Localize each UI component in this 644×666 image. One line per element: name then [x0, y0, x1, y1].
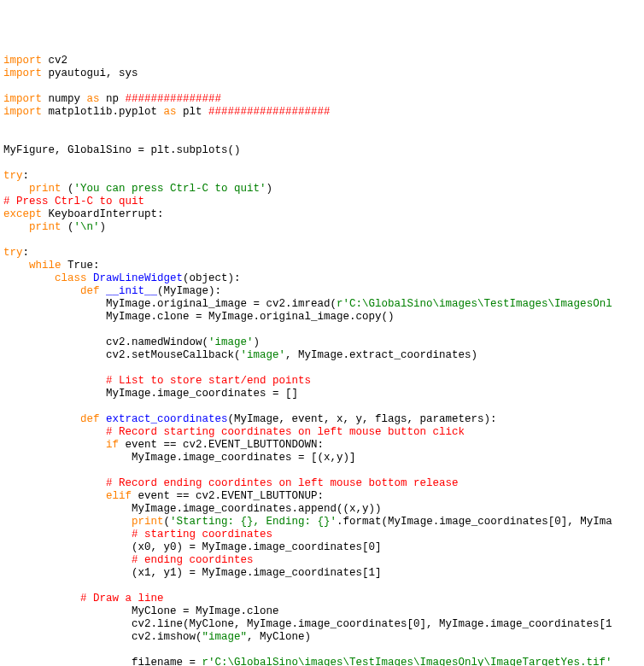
txt: MyImage.original_image = cv2.imread( [106, 298, 337, 310]
txt: cv2.namedWindow( [106, 336, 208, 348]
txt: .format(MyImage.image_coordinates[0], My… [337, 516, 612, 528]
txt: plt [177, 106, 209, 118]
kw-import: import [3, 106, 42, 118]
kw-print: print [29, 221, 61, 233]
kw-def: def [80, 285, 100, 297]
code-block: import cv2 import pyautogui, sys import … [3, 55, 644, 666]
txt: event == cv2.EVENT_LBUTTONUP: [132, 490, 324, 502]
txt: event == cv2.EVENT_LBUTTONDOWN: [119, 439, 324, 451]
txt: np [100, 93, 126, 105]
txt: pyautogui, sys [42, 67, 138, 79]
kw-def: def [80, 413, 100, 425]
class-name: DrawLineWidget [87, 272, 184, 284]
comment: # Record starting coordinates on left mo… [106, 426, 465, 438]
comment: # List to store start/end points [106, 375, 311, 387]
txt: : [23, 247, 30, 259]
kw-if: if [106, 439, 119, 451]
txt: (object): [183, 272, 241, 284]
kw-try: try [3, 247, 23, 259]
txt: ) [254, 336, 261, 348]
comment: # starting coordinates [132, 529, 272, 540]
kw-import: import [3, 67, 42, 79]
txt: MyFigure, GlobalSino = plt.subplots() [3, 144, 241, 156]
txt: cv2.line(MyClone, MyImage.image_coordina… [132, 618, 612, 630]
kw-import: import [3, 55, 42, 67]
txt: MyImage.clone = MyImage.original_image.c… [106, 311, 395, 323]
txt: cv2 [42, 55, 67, 67]
txt: True: [61, 260, 100, 272]
txt: : [23, 170, 30, 182]
kw-class: class [55, 272, 87, 284]
txt: , MyImage.extract_coordinates) [285, 349, 477, 361]
txt: cv2.setMouseCallback( [106, 349, 241, 361]
string: 'image' [208, 336, 254, 348]
txt: ( [61, 221, 74, 233]
txt: (MyImage, event, x, y, flags, parameters… [228, 413, 497, 425]
txt: (x0, y0) = MyImage.image_coordinates[0] [132, 541, 382, 553]
comment: # Press Ctrl-C to quit [3, 196, 144, 207]
comment: # Record ending coordintes on left mouse… [106, 477, 459, 489]
kw-while: while [29, 260, 61, 272]
kw-print: print [29, 183, 61, 195]
kw-as: as [164, 106, 177, 118]
string: "image" [202, 631, 248, 643]
txt: filename = [132, 657, 202, 666]
string: 'Starting: {}, Ending: {}' [170, 516, 337, 528]
kw-elif: elif [106, 490, 132, 502]
string: '\n' [74, 221, 100, 233]
txt: MyImage.image_coordinates.append((x,y)) [132, 503, 382, 515]
txt: MyClone = MyImage.clone [132, 605, 279, 617]
txt: cv2.imshow( [132, 631, 202, 643]
string: r'C:\GlobalSino\images\TestImages\Images… [337, 298, 612, 310]
kw-except: except [3, 208, 42, 220]
txt: (MyImage): [157, 285, 221, 297]
fn-name: __init__ [100, 285, 158, 297]
hash-marks: ############### [126, 93, 222, 105]
txt: KeyboardInterrupt: [42, 208, 164, 220]
txt: MyImage.image_coordinates = [(x,y)] [132, 452, 356, 464]
txt: MyImage.image_coordinates = [] [106, 388, 298, 400]
txt: (x1, y1) = MyImage.image_coordinates[1] [132, 567, 382, 579]
fn-name: extract_coordinates [100, 413, 228, 425]
string: 'You can press Ctrl-C to quit' [74, 183, 266, 195]
txt: , MyClone) [247, 631, 311, 643]
txt: matplotlib.pyplot [42, 106, 164, 118]
txt: numpy [42, 93, 87, 105]
txt: ( [61, 183, 74, 195]
comment: # ending coordintes [132, 554, 254, 566]
txt: ) [266, 183, 273, 195]
string: 'image' [241, 349, 286, 361]
string: r'C:\GlobalSino\images\TestImages\Images… [202, 657, 612, 666]
kw-print: print [132, 516, 164, 528]
comment: # Draw a line [80, 593, 164, 605]
hash-marks: ################### [208, 106, 331, 118]
kw-try: try [3, 170, 23, 182]
txt: ( [164, 516, 171, 528]
kw-as: as [87, 93, 100, 105]
kw-import: import [3, 93, 42, 105]
txt: ) [100, 221, 107, 233]
